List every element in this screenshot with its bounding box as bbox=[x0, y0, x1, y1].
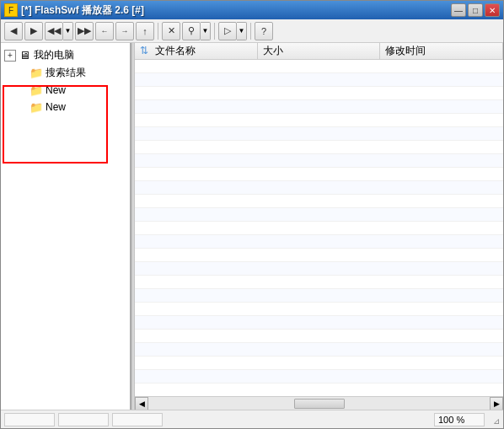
tree-label-new-1: New bbox=[46, 84, 66, 96]
titlebar-left: F [*] FlashSwf 播放器 2.6 [#] bbox=[4, 3, 144, 18]
col-label-size: 大小 bbox=[263, 44, 283, 58]
file-row[interactable] bbox=[135, 357, 503, 370]
toolbar-search-button[interactable]: ⚲ bbox=[182, 22, 201, 40]
resize-handle[interactable]: ⊿ bbox=[488, 414, 500, 426]
file-row[interactable] bbox=[135, 303, 503, 316]
toolbar-rewind-button[interactable]: ◀◀ bbox=[45, 22, 63, 40]
main-window: F [*] FlashSwf 播放器 2.6 [#] — □ ✕ ◀ ▶ ◀◀ … bbox=[0, 0, 504, 429]
horizontal-scrollbar: ◀ ▶ bbox=[135, 396, 503, 410]
hscroll-left-button[interactable]: ◀ bbox=[135, 397, 148, 410]
file-row[interactable] bbox=[135, 330, 503, 343]
file-row[interactable] bbox=[135, 316, 503, 330]
toolbar-separator-3 bbox=[250, 23, 251, 40]
status-zoom: 100 % bbox=[434, 413, 485, 426]
toolbar: ◀ ▶ ◀◀ ▼ ▶▶ ← → ↑ ✕ ⚲ ▼ ▷ ▼ ? bbox=[1, 19, 503, 43]
file-list bbox=[135, 60, 503, 396]
hscroll-track[interactable] bbox=[148, 397, 490, 410]
file-list-panel: ⇅ 文件名称 大小 修改时间 ◀ ▶ bbox=[135, 43, 503, 410]
file-row[interactable] bbox=[135, 141, 503, 154]
toolbar-help-button[interactable]: ? bbox=[255, 22, 273, 40]
file-row[interactable] bbox=[135, 195, 503, 208]
hscroll-right-button[interactable]: ▶ bbox=[490, 397, 503, 410]
file-rows bbox=[135, 60, 503, 396]
toolbar-up-button[interactable]: ↑ bbox=[136, 22, 154, 40]
tree-label-search-results: 搜索结果 bbox=[46, 66, 86, 80]
close-button[interactable]: ✕ bbox=[485, 3, 500, 17]
toolbar-play-prev-button[interactable]: ◀ bbox=[4, 22, 23, 40]
file-row[interactable] bbox=[135, 154, 503, 168]
toolbar-open-dropdown[interactable]: ▼ bbox=[237, 22, 247, 40]
file-row[interactable] bbox=[135, 276, 503, 289]
sort-icon-name: ⇅ bbox=[140, 45, 153, 58]
main-content: + 我的电脑 搜索结果 New New bbox=[1, 43, 503, 410]
toolbar-play-button[interactable]: ▶ bbox=[24, 22, 43, 40]
file-row[interactable] bbox=[135, 235, 503, 249]
col-header-date[interactable]: 修改时间 bbox=[380, 43, 503, 59]
titlebar: F [*] FlashSwf 播放器 2.6 [#] — □ ✕ bbox=[1, 1, 503, 19]
status-segment-2 bbox=[58, 413, 109, 426]
file-row[interactable] bbox=[135, 73, 503, 87]
file-row[interactable] bbox=[135, 208, 503, 222]
computer-icon bbox=[18, 49, 31, 62]
col-label-name: 文件名称 bbox=[155, 44, 196, 58]
toolbar-separator-2 bbox=[214, 23, 215, 40]
zoom-value: 100 % bbox=[434, 413, 485, 426]
folder-icon-new2 bbox=[29, 100, 43, 114]
file-row[interactable] bbox=[135, 262, 503, 276]
status-segment-1 bbox=[4, 413, 55, 426]
toolbar-open-button[interactable]: ▷ bbox=[218, 22, 237, 40]
col-label-date: 修改时间 bbox=[385, 44, 426, 58]
app-icon: F bbox=[4, 3, 18, 17]
tree-label-new-2: New bbox=[46, 101, 66, 113]
file-tree-panel: + 我的电脑 搜索结果 New New bbox=[1, 43, 131, 410]
tree-item-new-1[interactable]: New bbox=[3, 82, 128, 99]
file-row[interactable] bbox=[135, 100, 503, 114]
tree-label-my-computer: 我的电脑 bbox=[34, 48, 74, 62]
file-row[interactable] bbox=[135, 87, 503, 100]
tree-item-new-2[interactable]: New bbox=[3, 99, 128, 115]
tree-expand-my-computer[interactable]: + bbox=[4, 50, 16, 62]
file-row[interactable] bbox=[135, 343, 503, 357]
file-row[interactable] bbox=[135, 168, 503, 181]
toolbar-skip-next-button[interactable]: ▶▶ bbox=[75, 22, 94, 40]
file-row[interactable] bbox=[135, 289, 503, 303]
window-title: [*] FlashSwf 播放器 2.6 [#] bbox=[21, 3, 144, 18]
file-row[interactable] bbox=[135, 181, 503, 195]
file-row[interactable] bbox=[135, 127, 503, 141]
file-row[interactable] bbox=[135, 370, 503, 383]
toolbar-rewind-dropdown[interactable]: ▼ bbox=[63, 22, 73, 40]
tree-item-search-results[interactable]: 搜索结果 bbox=[3, 64, 128, 82]
toolbar-back-button[interactable]: ← bbox=[95, 22, 114, 40]
file-row[interactable] bbox=[135, 60, 503, 73]
tree-item-my-computer[interactable]: + 我的电脑 bbox=[3, 46, 128, 64]
statusbar: 100 % ⊿ bbox=[1, 410, 503, 428]
status-segment-3 bbox=[112, 413, 163, 426]
toolbar-search-dropdown[interactable]: ▼ bbox=[201, 22, 211, 40]
col-header-size[interactable]: 大小 bbox=[258, 43, 381, 59]
minimize-button[interactable]: — bbox=[451, 3, 466, 17]
hscroll-thumb[interactable] bbox=[294, 399, 345, 409]
folder-icon-search bbox=[29, 67, 43, 80]
toolbar-fwd-button[interactable]: → bbox=[115, 22, 134, 40]
file-row[interactable] bbox=[135, 222, 503, 235]
file-row[interactable] bbox=[135, 249, 503, 262]
column-headers: ⇅ 文件名称 大小 修改时间 bbox=[135, 43, 503, 60]
toolbar-close-button[interactable]: ✕ bbox=[162, 22, 180, 40]
titlebar-buttons: — □ ✕ bbox=[451, 3, 500, 17]
toolbar-separator-1 bbox=[158, 23, 158, 40]
file-row[interactable] bbox=[135, 114, 503, 127]
folder-icon-new1 bbox=[29, 83, 43, 97]
col-header-name[interactable]: ⇅ 文件名称 bbox=[135, 43, 258, 59]
maximize-button[interactable]: □ bbox=[468, 3, 483, 17]
